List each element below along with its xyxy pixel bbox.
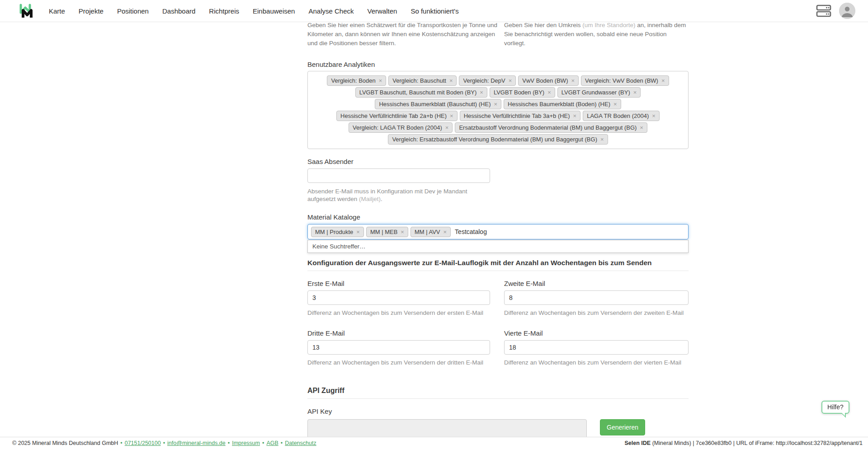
- mineral-minds-logo[interactable]: [16, 1, 35, 20]
- tag-remove-icon[interactable]: ×: [379, 78, 382, 84]
- nav-right: [816, 3, 855, 19]
- tag-remove-icon[interactable]: ×: [652, 113, 656, 119]
- tag[interactable]: LVGBT Boden (BY)×: [490, 87, 555, 98]
- tag-remove-icon[interactable]: ×: [633, 89, 637, 95]
- nav-item[interactable]: Einbauweisen: [253, 7, 295, 15]
- email-config-grid: Erste E-MailDifferenz an Wochentagen bis…: [307, 280, 689, 366]
- help-button[interactable]: Hilfe?: [821, 401, 849, 414]
- tag[interactable]: LVGBT Bauschutt, Bauschutt mit Boden (BY…: [355, 87, 487, 98]
- footer-left: © 2025 Mineral Minds Deutschland GmbH •0…: [12, 440, 316, 446]
- tag-label: Hessische Verfüllrichtlinie Tab 2a+b (HE…: [340, 112, 447, 119]
- footer-link[interactable]: info@mineral-minds.de: [167, 440, 226, 446]
- user-avatar-icon[interactable]: [839, 3, 855, 19]
- footer-separator: •: [281, 440, 283, 446]
- nav-item[interactable]: Dashboard: [162, 7, 195, 15]
- tag-label: Vergleich: DepV: [463, 77, 505, 84]
- logo-icon: [16, 1, 35, 20]
- tag-remove-icon[interactable]: ×: [401, 229, 404, 235]
- email-field-label: Vierte E-Mail: [504, 329, 689, 337]
- tag-remove-icon[interactable]: ×: [480, 89, 483, 95]
- analytics-label: Benutzbare Analytiken: [307, 61, 689, 68]
- tag-remove-icon[interactable]: ×: [547, 89, 551, 95]
- nav-item[interactable]: Projekte: [79, 7, 104, 15]
- tag-label: LVGBT Bauschutt, Bauschutt mit Boden (BY…: [359, 89, 477, 96]
- tag-remove-icon[interactable]: ×: [661, 78, 665, 84]
- footer-link[interactable]: Impressum: [232, 440, 260, 446]
- tag-label: MM | AVV: [415, 229, 440, 235]
- email-days-input[interactable]: [504, 340, 689, 355]
- tag[interactable]: Vergleich: Bauschutt×: [388, 75, 457, 86]
- tag-remove-icon[interactable]: ×: [494, 101, 498, 107]
- tag-remove-icon[interactable]: ×: [571, 78, 575, 84]
- radius-help-text: Geben Sie hier den Umkreis (um Ihre Stan…: [504, 21, 689, 48]
- tag[interactable]: MM | AVV×: [410, 227, 451, 237]
- footer-link[interactable]: 07151/250100: [125, 440, 161, 446]
- tag-label: MM | MEB: [370, 229, 397, 235]
- tag-remove-icon[interactable]: ×: [443, 229, 447, 235]
- email-field-label: Zweite E-Mail: [504, 280, 689, 287]
- tag-label: Vergleich: LAGA TR Boden (2004): [353, 124, 442, 131]
- tag[interactable]: Vergleich: VwV Boden (BW)×: [581, 75, 669, 86]
- material-catalogs-label: Material Kataloge: [307, 213, 689, 221]
- email-days-input[interactable]: [307, 340, 490, 355]
- footer: © 2025 Mineral Minds Deutschland GmbH •0…: [0, 437, 868, 449]
- tag[interactable]: Vergleich: LAGA TR Boden (2004)×: [349, 122, 453, 133]
- footer-separator: •: [120, 440, 122, 446]
- email-field-block: Vierte E-MailDifferenz an Wochentagen bi…: [504, 329, 689, 366]
- tag-label: Hessische Verfüllrichtlinie Tab 3a+b (HE…: [464, 112, 570, 119]
- material-catalogs-input[interactable]: MM | Produkte×MM | MEB×MM | AVV× Testcat…: [307, 224, 689, 239]
- tag-remove-icon[interactable]: ×: [509, 78, 512, 84]
- tag-label: LAGA TR Boden (2004): [587, 112, 649, 119]
- tag-remove-icon[interactable]: ×: [449, 78, 453, 84]
- nav-item[interactable]: So funktioniert's: [410, 7, 458, 15]
- footer-link[interactable]: Datenschutz: [285, 440, 316, 446]
- tag[interactable]: Ersatzbaustoff Verordnung Bodenmaterial …: [455, 122, 647, 133]
- material-search-query[interactable]: Testcatalog: [455, 228, 487, 235]
- tag[interactable]: LVGBT Grundwasser (BY)×: [557, 87, 641, 98]
- tag[interactable]: LAGA TR Boden (2004)×: [583, 111, 660, 121]
- tag-remove-icon[interactable]: ×: [356, 229, 360, 235]
- email-days-input[interactable]: [504, 290, 689, 305]
- saas-sender-input[interactable]: [307, 168, 490, 183]
- server-stack-icon[interactable]: [816, 4, 832, 18]
- tag[interactable]: Hessische Verfüllrichtlinie Tab 2a+b (HE…: [336, 111, 458, 121]
- tag[interactable]: Hessische Verfüllrichtlinie Tab 3a+b (HE…: [460, 111, 581, 121]
- email-field-block: Dritte E-MailDifferenz an Wochentagen bi…: [307, 329, 490, 366]
- tag-remove-icon[interactable]: ×: [445, 125, 449, 131]
- tag-remove-icon[interactable]: ×: [613, 101, 617, 107]
- generate-api-key-button[interactable]: Generieren: [600, 419, 645, 435]
- tag[interactable]: Hessisches Baumerkblatt (Bauschutt) (HE)…: [375, 99, 501, 109]
- tag-remove-icon[interactable]: ×: [600, 136, 604, 142]
- tag[interactable]: VwV Boden (BW)×: [518, 75, 579, 86]
- nav-item[interactable]: Karte: [49, 7, 65, 15]
- footer-separator: •: [262, 440, 264, 446]
- email-days-input[interactable]: [307, 290, 490, 305]
- analytics-multiselect[interactable]: Vergleich: Boden×Vergleich: Bauschutt×Ve…: [307, 71, 689, 149]
- tag[interactable]: Vergleich: DepV×: [459, 75, 516, 86]
- tag-row: Hessische Verfüllrichtlinie Tab 2a+b (HE…: [310, 111, 686, 121]
- tag-row: Vergleich: Ersatzbaustoff Verordnung Bod…: [310, 134, 686, 145]
- tag-remove-icon[interactable]: ×: [450, 113, 453, 119]
- tag-remove-icon[interactable]: ×: [640, 125, 643, 131]
- tag[interactable]: Vergleich: Ersatzbaustoff Verordnung Bod…: [388, 134, 608, 145]
- no-results-message: Keine Suchtreffer…: [308, 240, 688, 253]
- tag[interactable]: MM | MEB×: [366, 227, 408, 237]
- tag[interactable]: Hessisches Baumerkblatt (Boden) (HE)×: [504, 99, 621, 109]
- tag[interactable]: MM | Produkte×: [311, 227, 364, 237]
- nav-item[interactable]: Richtpreis: [209, 7, 239, 15]
- email-field-help: Differenz an Wochentagen bis zum Versend…: [504, 309, 689, 317]
- nav-menu: KarteProjektePositionenDashboardRichtpre…: [49, 7, 459, 15]
- tag-row: Hessisches Baumerkblatt (Bauschutt) (HE)…: [310, 99, 686, 109]
- nav-item[interactable]: Positionen: [117, 7, 149, 15]
- tag-remove-icon[interactable]: ×: [573, 113, 577, 119]
- tag-label: Vergleich: Boden: [331, 77, 375, 84]
- email-field-help: Differenz an Wochentagen bis zum Versend…: [307, 359, 490, 366]
- nav-item[interactable]: Verwalten: [368, 7, 397, 15]
- tag[interactable]: Vergleich: Boden×: [327, 75, 386, 86]
- nav-item[interactable]: Analyse Check: [308, 7, 354, 15]
- email-field-block: Erste E-MailDifferenz an Wochentagen bis…: [307, 280, 490, 317]
- email-config-heading: Konfiguration der Ausgangswerte zur E-Ma…: [307, 259, 689, 267]
- saas-sender-help: Absender E-Mail muss in Konfiguration mi…: [307, 187, 493, 203]
- footer-link[interactable]: AGB: [266, 440, 278, 446]
- tag-label: Vergleich: Ersatzbaustoff Verordnung Bod…: [392, 136, 597, 143]
